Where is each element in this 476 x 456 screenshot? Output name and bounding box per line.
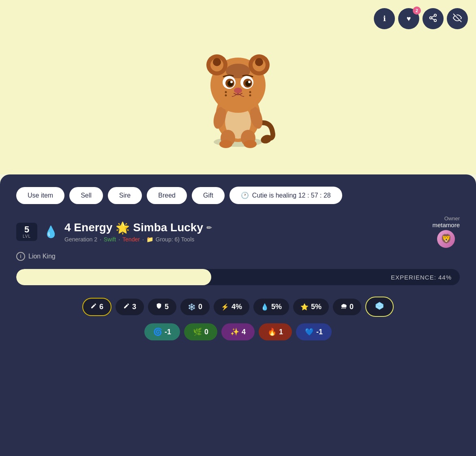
info-icon: ℹ [383,14,386,23]
owner-area: Owner metamore 🦁 [432,215,460,248]
stat-defense-value: 5 [165,303,169,311]
top-buttons: ℹ ♥ 2 [374,8,468,29]
svg-line-4 [432,15,434,17]
healing-text: Cutie is healing 12 : 57 : 28 [252,192,331,199]
stat-swirl-value: -1 [165,328,171,336]
trait-swift: Swift [104,236,116,243]
folder-icon: 📁 [146,236,153,243]
stat-drop: 💙 -1 [296,323,332,340]
share-button[interactable] [422,8,444,29]
trait-tender: Tender [122,236,140,243]
svg-point-1 [430,17,432,19]
stat-water: 💧 5% [253,299,289,315]
stat-attack-value: 6 [99,303,103,311]
svg-line-3 [432,18,434,20]
energy-name-row: 4 Energy 🌟 Simba Lucky ✏ [64,221,426,234]
energy-icon: 🌟 [116,221,130,234]
species-name: Lion King [28,253,56,260]
action-buttons: Use item Sell Sire Breed Gift 🕐 Cutie is… [16,187,460,204]
xp-bar-container: EXPERIENCE: 44% [16,269,460,285]
xp-label: EXPERIENCE: 44% [391,274,452,281]
owner-avatar[interactable]: 🦁 [437,230,455,248]
svg-point-37 [249,95,251,97]
cutie-meta: Generation 2 · Swift · Tender · 📁 Group:… [64,236,426,243]
sire-button[interactable]: Sire [108,187,142,204]
stat-attack: 6 [82,298,111,316]
healing-button[interactable]: 🕐 Cutie is healing 12 : 57 : 28 [229,187,342,204]
xp-bar-fill [16,269,211,285]
stat-snow-value: 0 [349,303,354,311]
stats-row-1: 6 3 5 ❄️ 0 ⚡ 4% 💧 5% ⭐ 5% [16,297,460,317]
heart-button[interactable]: ♥ 2 [398,8,419,29]
hide-icon [453,13,462,24]
generation-text: Generation 2 [64,236,97,243]
share-icon [429,13,437,24]
cutie-name: Simba Lucky [133,221,203,234]
stat-defense: 5 [148,299,176,315]
stat-spark: ✨ 4 [221,323,255,340]
svg-point-33 [234,88,242,93]
svg-point-22 [213,58,221,66]
edit-name-icon[interactable]: ✏ [206,224,212,232]
stat-star-value: 5% [311,303,322,311]
leaf-icon: 🌿 [193,327,202,336]
stat-fire: 🔥 1 [259,323,292,340]
svg-point-12 [219,140,232,148]
info-button[interactable]: ℹ [374,8,395,29]
attack-icon [90,303,97,311]
drop-icon: 💙 [305,327,314,336]
owner-name: metamore [432,222,460,228]
star-icon: ⭐ [300,303,309,311]
gift-button[interactable]: Gift [192,187,225,204]
cutie-illustration [185,26,291,148]
spark-icon: ✨ [230,327,239,336]
stat-snow: 🌨 0 [333,299,361,315]
stat-attack2-value: 3 [132,303,136,311]
stat-water-value: 5% [271,303,282,311]
swirl-icon: 🌀 [153,327,162,336]
svg-point-31 [230,81,233,83]
stat-spark-value: 4 [242,328,246,336]
species-info-icon[interactable]: i [16,252,25,261]
stat-swirl: 🌀 -1 [144,323,180,340]
cutie-name-area: 4 Energy 🌟 Simba Lucky ✏ Generation 2 · … [64,221,426,243]
stat-star: ⭐ 5% [293,299,329,315]
stat-fire-value: 1 [279,328,283,336]
lightning-icon: ⚡ [221,303,229,311]
clock-icon: 🕐 [241,191,249,199]
main-panel: Use item Sell Sire Breed Gift 🕐 Cutie is… [0,174,476,456]
level-label: LVL [20,234,33,239]
stat-diamond [365,297,394,317]
stat-attack2: 3 [116,299,144,315]
level-badge: 5 LVL [16,223,37,241]
stat-lightning: ⚡ 4% [214,299,249,315]
level-number: 5 [20,225,33,234]
fire-icon: 🔥 [268,327,277,336]
use-item-button[interactable]: Use item [16,187,64,204]
defense-icon [156,303,162,311]
stat-cold-value: 0 [198,303,202,311]
breed-button[interactable]: Breed [147,187,187,204]
owner-label: Owner [444,215,460,222]
svg-point-36 [249,91,251,93]
energy-text: 4 Energy [64,221,112,234]
svg-point-32 [248,81,251,83]
info-row: 5 LVL 💧 4 Energy 🌟 Simba Lucky ✏ Generat… [16,215,460,248]
stat-cold: ❄️ 0 [180,299,210,315]
group-text: Group: 6) Tools [156,236,194,243]
sell-button[interactable]: Sell [69,187,103,204]
stats-row-2: 🌀 -1 🌿 0 ✨ 4 🔥 1 💙 -1 [16,323,460,340]
svg-point-13 [244,140,257,148]
hide-button[interactable] [447,8,468,29]
svg-point-0 [434,14,437,16]
stat-lightning-value: 4% [232,303,242,311]
cold-icon: ❄️ [188,303,196,311]
svg-point-2 [434,19,437,21]
hero-area: ℹ ♥ 2 [0,0,476,174]
heart-icon: ♥ [407,15,411,23]
attack2-icon [123,303,130,311]
diamond-icon [375,301,384,312]
snow-icon: 🌨 [341,303,347,310]
stat-leaf: 🌿 0 [184,323,217,340]
stat-drop-value: -1 [316,328,323,336]
